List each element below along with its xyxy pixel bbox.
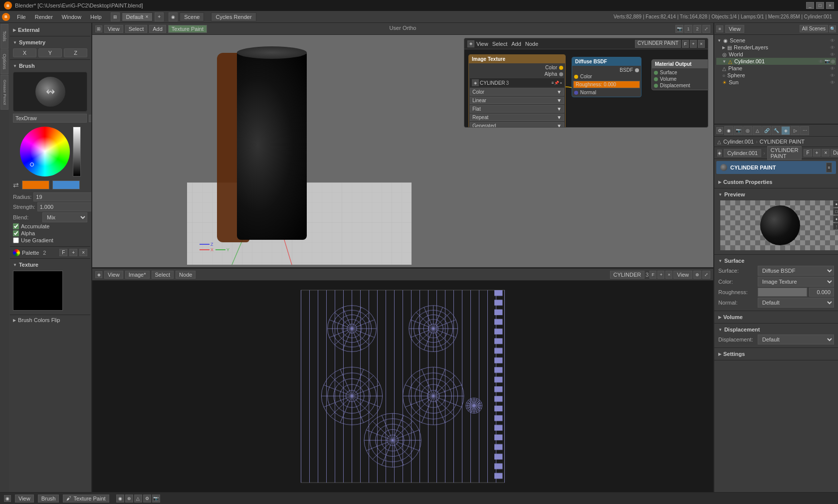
- status-icon-2[interactable]: ⊕: [125, 495, 133, 503]
- strength-input[interactable]: [37, 202, 91, 211]
- image-browse-btn[interactable]: ≡: [552, 81, 554, 85]
- viewport-view-menu[interactable]: View: [104, 25, 123, 33]
- brush-name-input[interactable]: [13, 114, 87, 123]
- close-button[interactable]: ×: [826, 2, 834, 9]
- color-rp-select[interactable]: Image Texture: [758, 277, 834, 287]
- cylinder-camera-icon[interactable]: 📷: [825, 59, 830, 64]
- normal-select[interactable]: Default: [758, 298, 834, 308]
- surface-header[interactable]: ▼ Surface: [718, 257, 834, 265]
- uv-image-menu[interactable]: Image*: [125, 271, 150, 279]
- sun-eye-icon[interactable]: 👁: [830, 80, 835, 85]
- mat-plus-btn[interactable]: +: [813, 149, 821, 157]
- all-scenes-selector[interactable]: All Scenes: [800, 25, 828, 32]
- prop-particles-btn[interactable]: ⋯: [800, 126, 809, 135]
- maximize-button[interactable]: □: [816, 2, 824, 9]
- volume-header[interactable]: ▶ Volume: [718, 313, 834, 321]
- image-close-btn[interactable]: ×: [560, 81, 562, 85]
- brush-header[interactable]: ▼ Brush: [13, 62, 87, 70]
- viewport-maximize[interactable]: ⤢: [702, 25, 710, 33]
- node-node-menu[interactable]: Node: [525, 41, 538, 47]
- image-pin-btn[interactable]: 📌: [554, 81, 559, 85]
- mat-cylinder-btn[interactable]: Cylinder.001: [724, 149, 761, 157]
- tree-item-scene[interactable]: ▼ ◉ Scene 👁: [716, 37, 836, 44]
- palette-remove-button[interactable]: ×: [79, 249, 87, 256]
- viewport-mode-button[interactable]: Texture Paint: [168, 25, 207, 33]
- preview-monkey-btn[interactable]: ♦: [833, 215, 838, 222]
- world-eye-icon[interactable]: 👁: [830, 52, 835, 57]
- sphere-eye-icon[interactable]: 👁: [830, 73, 835, 78]
- status-mode-btn[interactable]: 🖌 Texture Paint: [63, 495, 109, 503]
- tree-item-sun[interactable]: ☀ Sun 👁: [716, 79, 836, 86]
- prop-material-btn[interactable]: ◈: [781, 126, 790, 135]
- color-swap-icon[interactable]: ⇄: [13, 181, 19, 189]
- preview-cube-btn[interactable]: □: [833, 208, 838, 215]
- tree-item-cylinder[interactable]: ▼ △ Cylinder.001 👁 📷 ◎: [716, 58, 836, 65]
- tab-grease-pencil[interactable]: Grease Pencil: [0, 75, 8, 110]
- status-icon-1[interactable]: ◉: [116, 495, 124, 503]
- window-controls[interactable]: _ □ ×: [806, 2, 834, 9]
- status-icon-5[interactable]: 📷: [152, 495, 160, 503]
- background-color-swatch[interactable]: [52, 180, 80, 189]
- generated-dropdown[interactable]: Generated ▼: [470, 122, 564, 128]
- uv-zoom-icon[interactable]: ⊕: [693, 271, 701, 279]
- material-output-node[interactable]: Material Output Surface Volume: [651, 59, 708, 90]
- preview-hair-btn[interactable]: ⋮: [833, 223, 838, 230]
- preview-sphere-btn[interactable]: ●: [833, 200, 838, 207]
- node-f-button[interactable]: F: [682, 40, 689, 48]
- prop-obj-btn[interactable]: △: [753, 126, 762, 135]
- workspace-tab-default[interactable]: Default ×: [122, 12, 153, 21]
- cylinder-eye-icon[interactable]: 👁: [819, 59, 824, 64]
- linear-dropdown[interactable]: Linear ▼: [470, 97, 564, 104]
- symmetry-header[interactable]: ▼ Symmetry: [13, 38, 87, 46]
- alpha-checkbox[interactable]: [13, 230, 19, 236]
- uv-maximize-icon[interactable]: ⤢: [702, 271, 710, 279]
- uv-close-button[interactable]: ×: [665, 271, 672, 279]
- help-menu[interactable]: Help: [86, 13, 106, 21]
- preview-header[interactable]: ▼ Preview: [718, 190, 834, 198]
- settings-header[interactable]: ▶ Settings: [718, 350, 834, 358]
- tree-item-sphere[interactable]: ○ Sphere 👁: [716, 72, 836, 79]
- viewport-cam-icon[interactable]: 📷: [675, 25, 683, 33]
- window-menu[interactable]: Window: [58, 13, 85, 21]
- prop-scene-btn[interactable]: ◉: [724, 126, 733, 135]
- cylinder-render-icon[interactable]: ◎: [831, 59, 835, 64]
- mat-data-tab[interactable]: Data: [831, 149, 838, 157]
- displacement-select[interactable]: Default: [758, 335, 834, 344]
- color-dropdown[interactable]: Color ▼: [470, 88, 564, 96]
- tree-item-renderlayers[interactable]: ▶ ▤ RenderLayers 👁: [716, 44, 836, 51]
- tree-item-plane[interactable]: △ Plane 👁: [716, 65, 836, 72]
- renderlayers-eye-icon[interactable]: 👁: [830, 45, 835, 50]
- render-engine-selector[interactable]: Cycles Render: [211, 12, 256, 21]
- prop-constraint-btn[interactable]: 🔗: [762, 126, 771, 135]
- prop-world-btn[interactable]: ◎: [743, 126, 752, 135]
- status-view-btn[interactable]: View: [15, 495, 34, 503]
- node-view-menu[interactable]: View: [476, 41, 488, 47]
- uv-select-menu[interactable]: Select: [152, 271, 174, 279]
- status-icon-3[interactable]: △: [134, 495, 142, 503]
- uv-view-menu[interactable]: View: [104, 271, 123, 279]
- add-workspace-button[interactable]: +: [155, 12, 164, 21]
- viewport-select-menu[interactable]: Select: [125, 25, 148, 33]
- surface-select[interactable]: Diffuse BSDF: [758, 266, 834, 276]
- node-add-menu[interactable]: Add: [511, 41, 521, 47]
- color-wheel[interactable]: [20, 127, 70, 176]
- use-gradient-checkbox[interactable]: [13, 237, 19, 243]
- accumulate-checkbox[interactable]: [13, 223, 19, 229]
- mat-f-btn[interactable]: F: [804, 149, 812, 157]
- displacement-header[interactable]: ▼ Displacement: [718, 326, 834, 334]
- node-add-button[interactable]: +: [690, 40, 697, 48]
- plane-eye-icon[interactable]: 👁: [830, 66, 835, 71]
- sym-z-button[interactable]: Z: [64, 48, 87, 57]
- uv-f-button[interactable]: F: [649, 271, 656, 279]
- color-brightness-slider[interactable]: [73, 127, 81, 176]
- foreground-color-swatch[interactable]: [22, 180, 49, 189]
- prop-render-btn[interactable]: 📷: [734, 126, 743, 135]
- external-header[interactable]: ▶ External: [13, 26, 87, 34]
- roughness-row[interactable]: Roughness: 0.000: [573, 81, 640, 88]
- scene-eye-icon[interactable]: 👁: [830, 38, 835, 43]
- uv-view-tab[interactable]: View: [673, 271, 692, 279]
- status-icon-4[interactable]: ⚙: [143, 495, 151, 503]
- palette-add-button[interactable]: +: [69, 249, 77, 256]
- diffuse-bsdf-node[interactable]: Diffuse BSDF BSDF Color: [572, 57, 641, 97]
- radius-input[interactable]: [33, 192, 91, 201]
